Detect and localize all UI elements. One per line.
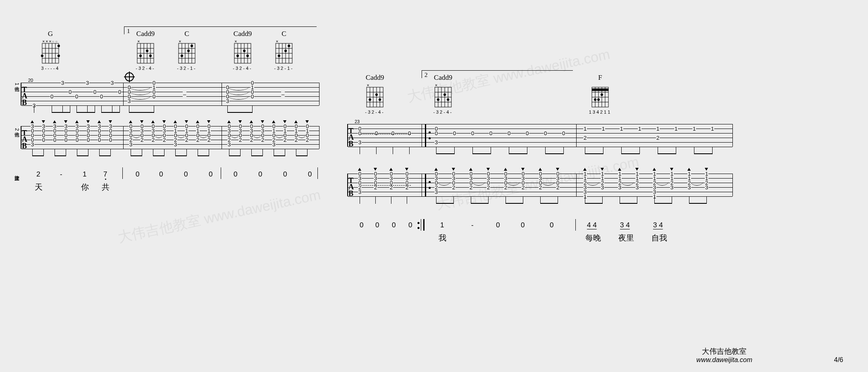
svg-rect-96 xyxy=(592,88,608,91)
svg-text:✕: ✕ xyxy=(367,83,370,87)
measure-number: 20 xyxy=(28,78,33,83)
mel-barline xyxy=(421,219,421,231)
mel-barline xyxy=(122,167,123,179)
svg-point-25 xyxy=(139,55,142,57)
svg-point-62 xyxy=(284,50,287,52)
svg-point-37 xyxy=(181,55,183,57)
chord-grid-icon: ✕ xyxy=(364,83,386,109)
chord-grid-icon: ✕✕✕○○ xyxy=(40,39,61,65)
page-number: 4/6 xyxy=(834,356,843,364)
svg-text:✕: ✕ xyxy=(234,40,237,43)
chord-Cadd9: Cadd9✕-32-4- xyxy=(430,74,456,114)
mel-repeat xyxy=(423,219,424,231)
chord-grid-icon: ✕ xyxy=(176,39,198,65)
svg-point-63 xyxy=(288,45,290,47)
svg-point-13 xyxy=(41,55,43,57)
footer-title: 大伟吉他教室 xyxy=(696,346,752,356)
chord-C: C✕-32-1- xyxy=(174,30,200,71)
svg-point-87 xyxy=(447,98,449,101)
measure-number: 23 xyxy=(355,119,360,124)
mel-barline xyxy=(317,167,318,179)
svg-point-38 xyxy=(187,50,190,52)
chord-grid-icon xyxy=(589,83,611,109)
svg-point-50 xyxy=(243,50,246,52)
mel-barline xyxy=(575,219,576,231)
track-label-g1: 吉他1 xyxy=(13,83,20,86)
svg-point-73 xyxy=(369,98,371,101)
svg-point-86 xyxy=(444,93,446,96)
mel-barline xyxy=(221,167,221,179)
svg-text:○: ○ xyxy=(52,40,54,43)
svg-text:✕: ✕ xyxy=(45,40,48,43)
svg-text:✕: ✕ xyxy=(42,40,45,43)
tab-page: 大伟吉他教室 www.daweijita.com 大伟吉他教室 www.dawe… xyxy=(0,0,868,372)
page-footer: 大伟吉他教室 www.daweijita.com xyxy=(696,346,752,364)
chord-grid-icon: ✕ xyxy=(135,39,156,65)
tab-clef-icon: TAB xyxy=(348,128,354,147)
track-label-g2: 吉他2 xyxy=(13,128,20,131)
svg-point-99 xyxy=(601,93,603,96)
svg-text:✕: ✕ xyxy=(179,40,181,43)
chord-grid-icon: ✕ xyxy=(273,39,295,65)
svg-point-49 xyxy=(236,55,239,57)
svg-point-26 xyxy=(146,50,148,52)
svg-point-74 xyxy=(375,93,378,96)
chord-C: C✕-32-1- xyxy=(271,30,297,71)
svg-text:✕: ✕ xyxy=(49,40,52,43)
tab-clef-icon: TAB xyxy=(22,130,27,149)
tab-staff-g1 xyxy=(21,83,320,105)
footer-site: www.daweijita.com xyxy=(696,356,752,364)
svg-point-15 xyxy=(57,45,60,47)
svg-point-97 xyxy=(594,98,596,101)
svg-point-61 xyxy=(278,55,280,57)
svg-point-85 xyxy=(437,98,439,101)
svg-text:✕: ✕ xyxy=(137,40,140,43)
chord-F: F134211 xyxy=(587,74,613,114)
svg-point-14 xyxy=(57,55,60,57)
chord-grid-icon: ✕ xyxy=(432,83,454,109)
chord-Cadd9: Cadd9✕-32-4- xyxy=(362,74,388,114)
tab-clef-icon: TAB xyxy=(22,87,27,106)
svg-text:✕: ✕ xyxy=(276,40,279,43)
svg-text:✕: ✕ xyxy=(435,83,438,87)
chord-Cadd9: Cadd9✕-32-4- xyxy=(132,30,159,71)
chord-Cadd9: Cadd9✕-32-4- xyxy=(229,30,256,71)
chord-G: G ✕✕✕○○ 3----4 xyxy=(37,30,64,71)
svg-text:○: ○ xyxy=(55,40,57,43)
svg-point-51 xyxy=(246,55,249,57)
svg-point-75 xyxy=(379,98,381,101)
svg-point-27 xyxy=(149,55,152,57)
watermark: 大伟吉他教室 www.daweijita.com xyxy=(116,185,322,247)
tab-clef-icon: TAB xyxy=(348,178,354,197)
chord-grid-icon: ✕ xyxy=(232,39,253,65)
svg-point-98 xyxy=(597,98,600,101)
svg-point-39 xyxy=(191,45,193,47)
coda-icon xyxy=(125,72,134,81)
